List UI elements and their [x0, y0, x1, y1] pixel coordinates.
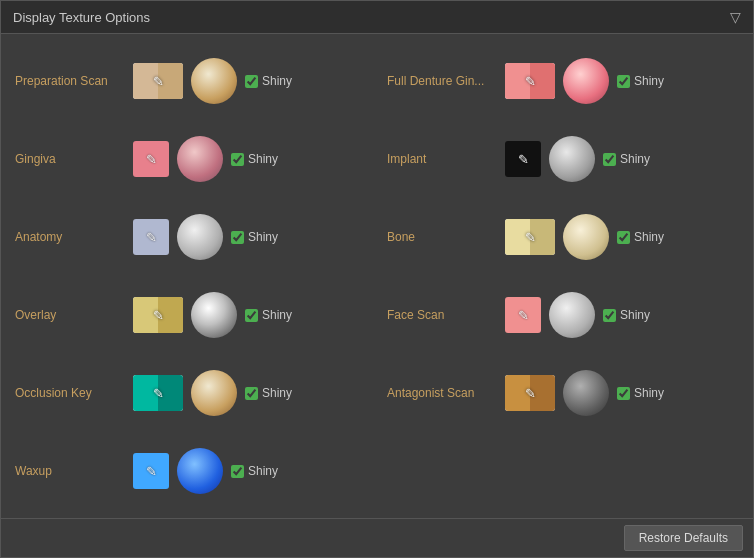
occlusion-key-sphere — [191, 370, 237, 416]
anatomy-color-btn[interactable]: ✎ — [133, 219, 169, 255]
waxup-shiny[interactable]: Shiny — [231, 464, 278, 478]
pencil-icon: ✎ — [525, 230, 536, 245]
panel-title: Display Texture Options — [13, 10, 150, 25]
row-bone: Bone ✎ Shiny — [381, 200, 745, 274]
bone-shiny-label: Shiny — [634, 230, 664, 244]
implant-color-btn[interactable]: ✎ — [505, 141, 541, 177]
face-scan-color-btn[interactable]: ✎ — [505, 297, 541, 333]
occlusion-key-shiny[interactable]: Shiny — [245, 386, 292, 400]
row-face-scan: Face Scan ✎ Shiny — [381, 278, 745, 352]
waxup-shiny-label: Shiny — [248, 464, 278, 478]
row-implant: Implant ✎ Shiny — [381, 122, 745, 196]
pencil-icon: ✎ — [518, 308, 529, 323]
full-denture-shiny-checkbox[interactable] — [617, 75, 630, 88]
empty-cell — [381, 434, 745, 508]
row-antagonist-scan: Antagonist Scan ✎ Shiny — [381, 356, 745, 430]
occlusion-key-color-btn[interactable]: ✎ — [133, 375, 183, 411]
pencil-icon: ✎ — [525, 74, 536, 89]
pencil-icon: ✎ — [153, 74, 164, 89]
full-denture-shiny[interactable]: Shiny — [617, 74, 664, 88]
antagonist-scan-shiny-checkbox[interactable] — [617, 387, 630, 400]
gingiva-sphere — [177, 136, 223, 182]
bone-shiny[interactable]: Shiny — [617, 230, 664, 244]
full-denture-label: Full Denture Gin... — [387, 74, 497, 88]
occlusion-key-shiny-checkbox[interactable] — [245, 387, 258, 400]
preparation-scan-shiny[interactable]: Shiny — [245, 74, 292, 88]
waxup-color-btn[interactable]: ✎ — [133, 453, 169, 489]
overlay-label: Overlay — [15, 308, 125, 322]
face-scan-label: Face Scan — [387, 308, 497, 322]
antagonist-scan-shiny-label: Shiny — [634, 386, 664, 400]
full-denture-color-btn[interactable]: ✎ — [505, 63, 555, 99]
implant-label: Implant — [387, 152, 497, 166]
preparation-scan-shiny-label: Shiny — [262, 74, 292, 88]
preparation-scan-label: Preparation Scan — [15, 74, 125, 88]
pencil-icon: ✎ — [146, 152, 157, 167]
implant-sphere — [549, 136, 595, 182]
overlay-color-btn[interactable]: ✎ — [133, 297, 183, 333]
bone-color-btn[interactable]: ✎ — [505, 219, 555, 255]
waxup-shiny-checkbox[interactable] — [231, 465, 244, 478]
preparation-scan-color-btn[interactable]: ✎ — [133, 63, 183, 99]
full-denture-shiny-label: Shiny — [634, 74, 664, 88]
anatomy-shiny-checkbox[interactable] — [231, 231, 244, 244]
panel-footer: Restore Defaults — [1, 518, 753, 557]
face-scan-shiny-label: Shiny — [620, 308, 650, 322]
row-anatomy: Anatomy ✎ Shiny — [9, 200, 373, 274]
row-occlusion-key: Occlusion Key ✎ Shiny — [9, 356, 373, 430]
panel-content: Preparation Scan ✎ Shiny Full Denture Gi… — [1, 34, 753, 518]
occlusion-key-shiny-label: Shiny — [262, 386, 292, 400]
face-scan-sphere — [549, 292, 595, 338]
gingiva-color-btn[interactable]: ✎ — [133, 141, 169, 177]
bone-shiny-checkbox[interactable] — [617, 231, 630, 244]
overlay-shiny[interactable]: Shiny — [245, 308, 292, 322]
chevron-down-icon[interactable]: ▽ — [730, 9, 741, 25]
preparation-scan-sphere — [191, 58, 237, 104]
implant-shiny-checkbox[interactable] — [603, 153, 616, 166]
gingiva-shiny-label: Shiny — [248, 152, 278, 166]
row-gingiva: Gingiva ✎ Shiny — [9, 122, 373, 196]
gingiva-shiny-checkbox[interactable] — [231, 153, 244, 166]
waxup-label: Waxup — [15, 464, 125, 478]
row-overlay: Overlay ✎ Shiny — [9, 278, 373, 352]
anatomy-shiny-label: Shiny — [248, 230, 278, 244]
anatomy-sphere — [177, 214, 223, 260]
occlusion-key-label: Occlusion Key — [15, 386, 125, 400]
antagonist-scan-color-btn[interactable]: ✎ — [505, 375, 555, 411]
full-denture-sphere — [563, 58, 609, 104]
pencil-icon: ✎ — [146, 230, 157, 245]
antagonist-scan-label: Antagonist Scan — [387, 386, 497, 400]
face-scan-shiny[interactable]: Shiny — [603, 308, 650, 322]
bone-sphere — [563, 214, 609, 260]
pencil-icon: ✎ — [153, 308, 164, 323]
pencil-icon: ✎ — [518, 152, 529, 167]
row-full-denture: Full Denture Gin... ✎ Shiny — [381, 44, 745, 118]
row-preparation-scan: Preparation Scan ✎ Shiny — [9, 44, 373, 118]
pencil-icon: ✎ — [146, 464, 157, 479]
pencil-icon: ✎ — [525, 386, 536, 401]
anatomy-label: Anatomy — [15, 230, 125, 244]
gingiva-shiny[interactable]: Shiny — [231, 152, 278, 166]
overlay-shiny-label: Shiny — [262, 308, 292, 322]
panel-header: Display Texture Options ▽ — [1, 1, 753, 34]
preparation-scan-shiny-checkbox[interactable] — [245, 75, 258, 88]
implant-shiny-label: Shiny — [620, 152, 650, 166]
restore-defaults-button[interactable]: Restore Defaults — [624, 525, 743, 551]
gingiva-label: Gingiva — [15, 152, 125, 166]
pencil-icon: ✎ — [153, 386, 164, 401]
overlay-sphere — [191, 292, 237, 338]
waxup-sphere — [177, 448, 223, 494]
antagonist-scan-shiny[interactable]: Shiny — [617, 386, 664, 400]
face-scan-shiny-checkbox[interactable] — [603, 309, 616, 322]
display-texture-options-panel: Display Texture Options ▽ Preparation Sc… — [0, 0, 754, 558]
antagonist-scan-sphere — [563, 370, 609, 416]
implant-shiny[interactable]: Shiny — [603, 152, 650, 166]
anatomy-shiny[interactable]: Shiny — [231, 230, 278, 244]
overlay-shiny-checkbox[interactable] — [245, 309, 258, 322]
row-waxup: Waxup ✎ Shiny — [9, 434, 373, 508]
bone-label: Bone — [387, 230, 497, 244]
